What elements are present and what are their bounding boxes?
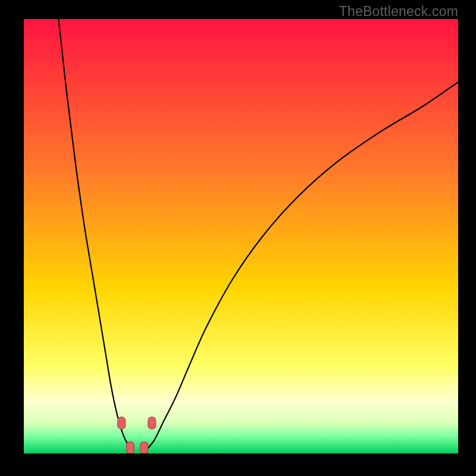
marker-dot bbox=[126, 442, 134, 453]
watermark-text: TheBottleneck.com bbox=[339, 4, 458, 20]
marker-dot bbox=[140, 442, 148, 453]
bottleneck-curve bbox=[24, 19, 458, 453]
plot-area bbox=[24, 19, 458, 453]
marker-dot bbox=[148, 417, 156, 429]
curve-left-branch bbox=[58, 19, 132, 451]
marker-dot bbox=[118, 417, 126, 429]
chart-frame: TheBottleneck.com bbox=[0, 0, 476, 476]
curve-right-branch bbox=[145, 82, 458, 452]
